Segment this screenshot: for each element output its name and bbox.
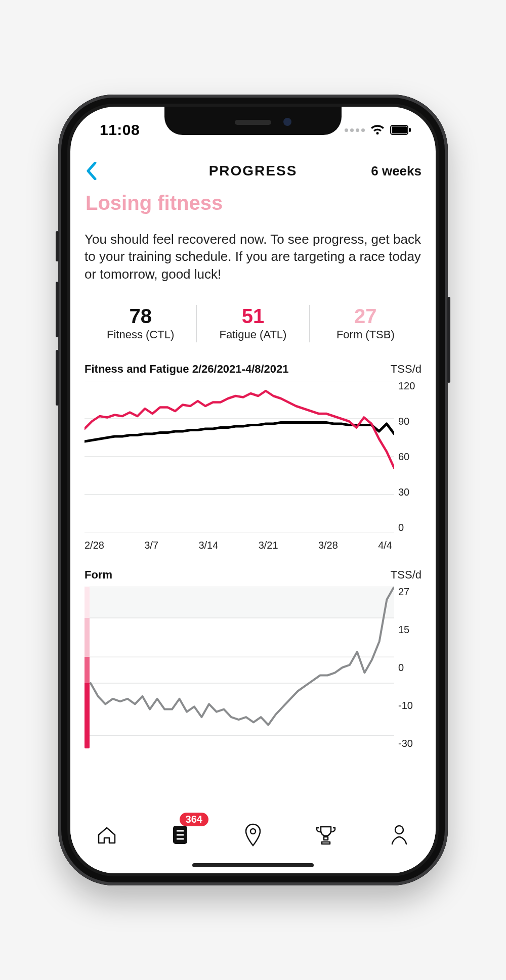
trophy-icon [315, 824, 337, 846]
content: Losing fitness You should feel recovered… [70, 192, 436, 752]
xtick-label: 3/14 [198, 540, 218, 551]
home-icon [96, 824, 118, 846]
volume-down-button [56, 350, 59, 406]
svg-point-18 [250, 829, 256, 834]
ytick-label: 120 [398, 381, 415, 391]
metric-fitness-value: 78 [89, 306, 192, 326]
svg-point-19 [395, 826, 403, 834]
metric-form[interactable]: 27 Form (TSB) [310, 303, 421, 344]
metric-fatigue[interactable]: 51 Fatigue (ATL) [197, 303, 309, 344]
chart1-yaxis: 1209060300 [394, 381, 421, 532]
cellular-dots-icon [345, 128, 365, 132]
fitness-status-heading: Losing fitness [86, 192, 421, 214]
xtick-label: 3/7 [144, 540, 158, 551]
volume-up-button [56, 282, 59, 337]
ytick-label: -10 [398, 700, 413, 710]
chart1-title: Fitness and Fatigue 2/26/2021-4/8/2021 [85, 363, 289, 376]
chart-form[interactable]: Form TSS/d 27150-10-30 [85, 568, 421, 748]
svg-rect-2 [409, 128, 411, 132]
battery-icon [390, 125, 411, 135]
ytick-label: 27 [398, 587, 409, 597]
ytick-label: 30 [398, 487, 409, 497]
form-zone-strip [85, 587, 90, 748]
wifi-icon [370, 124, 385, 136]
feed-badge: 364 [180, 813, 208, 826]
chart2-yaxis: 27150-10-30 [394, 587, 421, 748]
xtick-label: 3/21 [259, 540, 278, 551]
time-range-selector[interactable]: 6 weeks [371, 163, 421, 179]
status-indicators [345, 124, 411, 136]
metric-form-label: Form (TSB) [314, 328, 417, 341]
status-time: 11:08 [100, 121, 140, 139]
side-button [56, 231, 59, 261]
chart2-yunit: TSS/d [391, 568, 421, 582]
chart2-title: Form [85, 568, 112, 582]
ytick-label: 15 [398, 625, 409, 635]
notch [164, 107, 342, 135]
tab-feed[interactable]: 364 [162, 819, 198, 851]
metric-fitness-label: Fitness (CTL) [89, 328, 192, 341]
chart1-plot [85, 381, 394, 532]
ytick-label: 0 [398, 522, 404, 532]
svg-rect-8 [85, 587, 394, 618]
xtick-label: 2/28 [85, 540, 104, 551]
chart1-xaxis: 2/283/73/143/213/284/4 [85, 540, 394, 551]
page-title: PROGRESS [209, 163, 298, 179]
metric-fatigue-value: 51 [201, 306, 305, 326]
back-button[interactable] [80, 160, 103, 182]
ytick-label: 0 [398, 662, 404, 673]
ytick-label: 90 [398, 416, 409, 426]
svg-rect-1 [392, 126, 407, 133]
xtick-label: 4/4 [378, 540, 392, 551]
profile-icon [389, 824, 409, 846]
chart1-yunit: TSS/d [391, 363, 421, 376]
tab-home[interactable] [89, 819, 124, 851]
screen: 11:08 PROGRESS 6 weeks [70, 107, 436, 873]
metric-fatigue-label: Fatigue (ATL) [201, 328, 305, 341]
tab-explore[interactable] [235, 819, 271, 851]
xtick-label: 3/28 [318, 540, 338, 551]
phone-frame: 11:08 PROGRESS 6 weeks [58, 95, 448, 885]
fitness-status-description: You should feel recovered now. To see pr… [85, 231, 421, 283]
metric-form-value: 27 [314, 306, 417, 326]
ytick-label: 60 [398, 452, 409, 462]
chart2-plot [85, 587, 394, 748]
feed-icon [170, 824, 190, 846]
nav-header: PROGRESS 6 weeks [70, 153, 436, 189]
chart-fitness-fatigue[interactable]: Fitness and Fatigue 2/26/2021-4/8/2021 T… [85, 363, 421, 551]
metric-fitness[interactable]: 78 Fitness (CTL) [85, 303, 196, 344]
tab-bar: 364 [70, 809, 436, 873]
home-indicator [192, 863, 314, 867]
tab-profile[interactable] [382, 819, 417, 851]
ytick-label: -30 [398, 738, 413, 748]
pin-icon [244, 823, 262, 847]
metrics-row: 78 Fitness (CTL) 51 Fatigue (ATL) 27 For… [85, 303, 421, 344]
power-button [447, 297, 450, 383]
tab-challenges[interactable] [308, 819, 344, 851]
